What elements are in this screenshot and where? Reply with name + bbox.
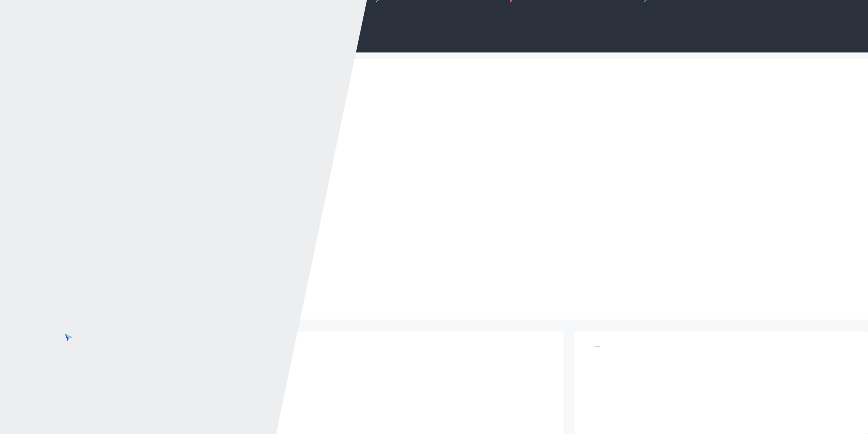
x-axis <box>298 295 856 307</box>
metric-bounce: ↗ <box>643 0 649 4</box>
referrers-header: → <box>586 342 856 351</box>
brand-cursor-icon <box>64 332 74 345</box>
metric-visitors: ↗ <box>375 0 381 4</box>
arrow-right-icon: → <box>593 342 601 351</box>
bottom-tables: → <box>276 331 868 434</box>
bar-chart <box>298 95 856 274</box>
metric-duration: ↙ <box>509 0 515 4</box>
brand <box>57 332 74 345</box>
arrow-up-icon: ↗ <box>375 0 381 4</box>
referrers-card: → <box>574 331 868 434</box>
arrow-up-icon: ↗ <box>643 0 649 4</box>
pages-card <box>276 331 564 434</box>
dashboard-preview: ↗ ↙ ↗ → <box>276 0 868 434</box>
chart-card <box>276 59 868 320</box>
arrow-down-icon: ↙ <box>509 0 515 4</box>
